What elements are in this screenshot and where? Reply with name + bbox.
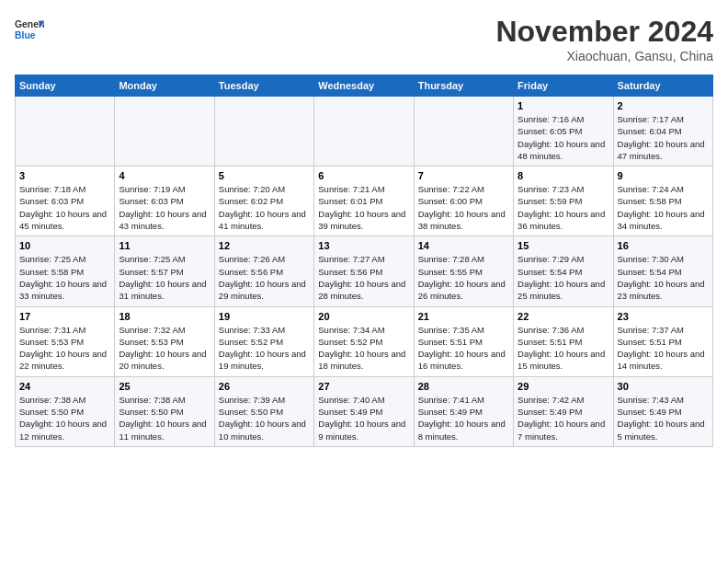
day-info: Sunrise: 7:38 AMSunset: 5:50 PMDaylight:… [119, 394, 210, 442]
day-info: Sunrise: 7:26 AMSunset: 5:56 PMDaylight:… [219, 253, 310, 302]
day-number: 14 [418, 240, 509, 251]
calendar-cell: 23Sunrise: 7:37 AMSunset: 5:51 PMDayligh… [613, 306, 712, 376]
day-info: Sunrise: 7:41 AMSunset: 5:49 PMDaylight:… [418, 394, 509, 442]
calendar-cell: 20Sunrise: 7:34 AMSunset: 5:52 PMDayligh… [314, 306, 414, 376]
calendar-cell: 19Sunrise: 7:33 AMSunset: 5:52 PMDayligh… [214, 306, 313, 376]
logo: General Blue [15, 15, 44, 44]
day-number: 4 [119, 170, 210, 181]
day-number: 18 [119, 311, 210, 322]
calendar-cell: 28Sunrise: 7:41 AMSunset: 5:49 PMDayligh… [414, 376, 513, 446]
weekday-header-saturday: Saturday [613, 75, 712, 97]
calendar-cell: 27Sunrise: 7:40 AMSunset: 5:49 PMDayligh… [314, 376, 414, 446]
day-number: 10 [19, 240, 110, 251]
calendar-table: SundayMondayTuesdayWednesdayThursdayFrid… [15, 75, 713, 447]
day-number: 20 [318, 311, 409, 322]
day-number: 12 [219, 240, 310, 251]
day-number: 19 [219, 311, 310, 322]
calendar-cell: 2Sunrise: 7:17 AMSunset: 6:04 PMDaylight… [613, 97, 712, 167]
day-info: Sunrise: 7:32 AMSunset: 5:53 PMDaylight:… [119, 324, 210, 373]
day-number: 15 [518, 240, 609, 251]
day-info: Sunrise: 7:36 AMSunset: 5:51 PMDaylight:… [518, 324, 609, 373]
day-number: 3 [19, 170, 110, 181]
day-number: 8 [518, 170, 609, 181]
day-info: Sunrise: 7:38 AMSunset: 5:50 PMDaylight:… [19, 394, 110, 442]
day-number: 13 [318, 240, 409, 251]
calendar-cell: 21Sunrise: 7:35 AMSunset: 5:51 PMDayligh… [414, 306, 513, 376]
day-number: 22 [518, 311, 609, 322]
day-info: Sunrise: 7:30 AMSunset: 5:54 PMDaylight:… [618, 253, 709, 302]
day-info: Sunrise: 7:17 AMSunset: 6:04 PMDaylight:… [618, 113, 709, 162]
calendar-cell: 8Sunrise: 7:23 AMSunset: 5:59 PMDaylight… [514, 167, 613, 236]
day-info: Sunrise: 7:34 AMSunset: 5:52 PMDaylight:… [318, 324, 409, 373]
svg-text:Blue: Blue [15, 30, 36, 40]
day-number: 5 [219, 170, 310, 181]
day-info: Sunrise: 7:27 AMSunset: 5:56 PMDaylight:… [318, 253, 409, 302]
day-info: Sunrise: 7:22 AMSunset: 6:00 PMDaylight:… [418, 183, 509, 232]
day-number: 7 [418, 170, 509, 181]
day-number: 9 [618, 170, 709, 181]
day-number: 30 [618, 381, 709, 392]
day-number: 11 [119, 240, 210, 251]
calendar-cell: 4Sunrise: 7:19 AMSunset: 6:03 PMDaylight… [115, 167, 214, 236]
day-info: Sunrise: 7:29 AMSunset: 5:54 PMDaylight:… [518, 253, 609, 302]
calendar-cell: 15Sunrise: 7:29 AMSunset: 5:54 PMDayligh… [514, 236, 613, 306]
calendar-cell: 24Sunrise: 7:38 AMSunset: 5:50 PMDayligh… [16, 376, 115, 446]
day-info: Sunrise: 7:43 AMSunset: 5:49 PMDaylight:… [618, 394, 709, 442]
month-title: November 2024 [495, 15, 713, 49]
calendar-cell: 25Sunrise: 7:38 AMSunset: 5:50 PMDayligh… [115, 376, 214, 446]
calendar-cell: 14Sunrise: 7:28 AMSunset: 5:55 PMDayligh… [414, 236, 513, 306]
weekday-header-friday: Friday [514, 75, 613, 97]
weekday-header-tuesday: Tuesday [214, 75, 313, 97]
day-info: Sunrise: 7:33 AMSunset: 5:52 PMDaylight:… [219, 324, 310, 373]
day-info: Sunrise: 7:20 AMSunset: 6:02 PMDaylight:… [219, 183, 310, 232]
weekday-header-monday: Monday [115, 75, 214, 97]
weekday-header-thursday: Thursday [414, 75, 513, 97]
weekday-header-sunday: Sunday [16, 75, 115, 97]
calendar-cell [414, 97, 513, 167]
day-info: Sunrise: 7:24 AMSunset: 5:58 PMDaylight:… [618, 183, 709, 232]
calendar-cell: 29Sunrise: 7:42 AMSunset: 5:49 PMDayligh… [514, 376, 613, 446]
day-info: Sunrise: 7:28 AMSunset: 5:55 PMDaylight:… [418, 253, 509, 302]
day-info: Sunrise: 7:21 AMSunset: 6:01 PMDaylight:… [318, 183, 409, 232]
day-number: 1 [518, 100, 609, 111]
day-info: Sunrise: 7:19 AMSunset: 6:03 PMDaylight:… [119, 183, 210, 232]
day-info: Sunrise: 7:16 AMSunset: 6:05 PMDaylight:… [518, 113, 609, 162]
day-number: 29 [518, 381, 609, 392]
title-block: November 2024 Xiaochuan, Gansu, China [495, 15, 713, 63]
day-number: 25 [119, 381, 210, 392]
day-info: Sunrise: 7:35 AMSunset: 5:51 PMDaylight:… [418, 324, 509, 373]
weekday-header-wednesday: Wednesday [314, 75, 414, 97]
day-number: 16 [618, 240, 709, 251]
calendar-cell: 22Sunrise: 7:36 AMSunset: 5:51 PMDayligh… [514, 306, 613, 376]
calendar-cell: 6Sunrise: 7:21 AMSunset: 6:01 PMDaylight… [314, 167, 414, 236]
calendar-cell: 3Sunrise: 7:18 AMSunset: 6:03 PMDaylight… [16, 167, 115, 236]
calendar-cell: 12Sunrise: 7:26 AMSunset: 5:56 PMDayligh… [214, 236, 313, 306]
day-info: Sunrise: 7:25 AMSunset: 5:58 PMDaylight:… [19, 253, 110, 302]
day-info: Sunrise: 7:39 AMSunset: 5:50 PMDaylight:… [219, 394, 310, 442]
day-info: Sunrise: 7:37 AMSunset: 5:51 PMDaylight:… [618, 324, 709, 373]
day-info: Sunrise: 7:31 AMSunset: 5:53 PMDaylight:… [19, 324, 110, 373]
location: Xiaochuan, Gansu, China [495, 49, 713, 63]
calendar-cell: 16Sunrise: 7:30 AMSunset: 5:54 PMDayligh… [613, 236, 712, 306]
day-number: 27 [318, 381, 409, 392]
day-info: Sunrise: 7:23 AMSunset: 5:59 PMDaylight:… [518, 183, 609, 232]
day-number: 2 [618, 100, 709, 111]
day-info: Sunrise: 7:25 AMSunset: 5:57 PMDaylight:… [119, 253, 210, 302]
calendar-cell: 13Sunrise: 7:27 AMSunset: 5:56 PMDayligh… [314, 236, 414, 306]
page-header: General Blue November 2024 Xiaochuan, Ga… [15, 15, 713, 63]
calendar-cell: 9Sunrise: 7:24 AMSunset: 5:58 PMDaylight… [613, 167, 712, 236]
day-number: 28 [418, 381, 509, 392]
day-number: 6 [318, 170, 409, 181]
calendar-cell [16, 97, 115, 167]
calendar-cell: 1Sunrise: 7:16 AMSunset: 6:05 PMDaylight… [514, 97, 613, 167]
calendar-cell: 18Sunrise: 7:32 AMSunset: 5:53 PMDayligh… [115, 306, 214, 376]
day-number: 23 [618, 311, 709, 322]
calendar-cell: 11Sunrise: 7:25 AMSunset: 5:57 PMDayligh… [115, 236, 214, 306]
calendar-cell: 30Sunrise: 7:43 AMSunset: 5:49 PMDayligh… [613, 376, 712, 446]
day-info: Sunrise: 7:42 AMSunset: 5:49 PMDaylight:… [518, 394, 609, 442]
day-number: 24 [19, 381, 110, 392]
day-number: 26 [219, 381, 310, 392]
logo-icon: General Blue [15, 15, 44, 44]
day-number: 17 [19, 311, 110, 322]
day-info: Sunrise: 7:40 AMSunset: 5:49 PMDaylight:… [318, 394, 409, 442]
